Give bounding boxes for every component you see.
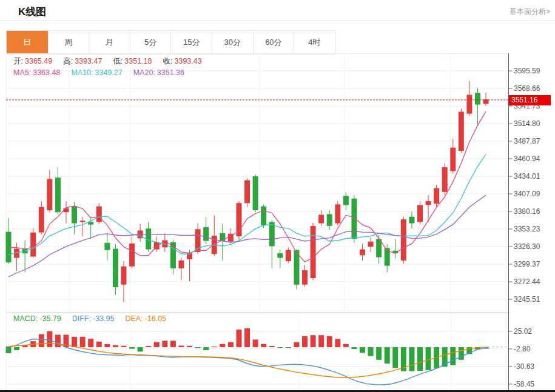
legend-value: 3363.48 [33, 68, 60, 77]
price-axis-label: 3595.59 [514, 66, 540, 76]
candle-body [253, 176, 258, 210]
candle-body [434, 188, 439, 204]
price-axis-label: 3380.16 [514, 207, 540, 216]
legend-label: MA20: [133, 68, 155, 77]
candle-body [30, 233, 36, 257]
ohlc-legend: 开:3365.49高:3393.47低:3351.18收:3393.43 [13, 56, 213, 67]
macd-axis-label: -30.63 [514, 362, 534, 371]
legend-label: 低: [113, 57, 123, 65]
macd-dea-line [6, 344, 489, 378]
macd-bar [154, 342, 160, 347]
macd-bar [220, 344, 225, 347]
candle-body [442, 167, 448, 192]
macd-bar [39, 334, 44, 347]
candle-body [80, 221, 86, 222]
candle-body [318, 215, 324, 224]
macd-bar [178, 345, 184, 347]
macd-bar [286, 347, 291, 348]
macd-bar [121, 346, 126, 347]
macd-bar [385, 347, 390, 364]
price-axis-label: 3460.94 [514, 154, 540, 164]
price-axis-label: 3272.44 [514, 277, 540, 287]
legend-label: 收: [163, 57, 173, 65]
candle-body [96, 207, 102, 222]
macd-bar [162, 341, 167, 347]
candle-body [6, 232, 12, 263]
ma-legend-item: MA5:3363.48 [13, 68, 60, 77]
ma-legend-item: MA10:3349.27 [71, 68, 122, 77]
macd-bar [212, 347, 217, 347]
macd-bar [244, 328, 250, 347]
price-axis-label: 3245.51 [514, 294, 540, 304]
candle-body [368, 242, 374, 247]
macd-bar [104, 344, 110, 347]
candle-body [55, 178, 61, 212]
legend-value: 3393.43 [175, 57, 202, 65]
price-axis-label: 3514.80 [514, 119, 540, 128]
macd-bar [311, 335, 316, 347]
legend-value: 3351.18 [124, 57, 152, 65]
macd-bar [88, 339, 93, 347]
macd-axis-label: -2.80 [514, 344, 530, 354]
macd-bar [417, 347, 423, 371]
candle-body [360, 250, 365, 256]
macd-bar [187, 346, 192, 347]
macd-legend: MACD:-35.79DIFF:-33.95DEA:-16.05 [13, 314, 177, 323]
ohlc-legend-item: 收:3393.43 [163, 56, 202, 67]
legend-value: -35.79 [39, 314, 61, 323]
macd-bar [426, 347, 431, 370]
macd-bar [80, 337, 86, 347]
price-axis-label: 3434.01 [514, 171, 540, 181]
macd-bar [228, 342, 234, 347]
legend-label: MA10: [71, 68, 93, 77]
macd-legend-item: DIFF:-33.95 [72, 314, 115, 323]
macd-bar [138, 347, 143, 351]
macd-axis-label: -58.45 [514, 379, 534, 389]
candle-body [351, 199, 357, 239]
candle-body [426, 201, 431, 205]
legend-value: -33.95 [93, 314, 114, 323]
macd-bar [129, 347, 135, 349]
price-axis-label: 3353.23 [514, 224, 540, 234]
macd-bar [47, 331, 52, 347]
candle-body [286, 250, 291, 261]
ma-legend-item: MA20:3351.36 [133, 68, 184, 77]
legend-value: -16.05 [145, 314, 166, 323]
legend-value: 3349.27 [95, 68, 123, 77]
macd-bar [96, 342, 102, 347]
price-axis-label: 3299.37 [514, 259, 540, 269]
candle-body [327, 214, 332, 225]
legend-value: 3393.47 [75, 57, 102, 65]
candle-body [244, 180, 250, 203]
macd-bar [409, 347, 414, 371]
kline-widget: K线图 基本面分析> 日周月5分15分30分60分4时 开:3365.49高:3… [0, 0, 555, 392]
legend-value: 3365.49 [25, 57, 52, 65]
macd-bar [146, 346, 151, 347]
candlestick-series [6, 81, 489, 302]
current-price-badge: 3551.16 [509, 95, 551, 105]
candle-body [203, 227, 209, 241]
candle-body [401, 219, 406, 261]
macd-bar [113, 345, 118, 347]
candle-body [459, 111, 464, 151]
macd-legend-item: DEA:-16.05 [125, 314, 166, 323]
legend-label: 高: [63, 57, 73, 65]
candle-body [343, 196, 349, 205]
candle-body [335, 204, 340, 223]
macd-bar [360, 347, 365, 353]
legend-label: MA5: [13, 68, 31, 77]
macd-bar [335, 339, 340, 347]
macd-legend-item: MACD:-35.79 [13, 314, 61, 323]
macd-bar [261, 344, 266, 347]
candle-body [311, 226, 316, 278]
candle-body [121, 267, 126, 285]
macd-bar [376, 347, 382, 360]
legend-label: DEA: [125, 314, 143, 323]
candle-body [302, 270, 308, 285]
macd-bar [392, 347, 398, 368]
candle-body [277, 253, 283, 258]
macd-bar [195, 347, 201, 348]
price-axis-label: 3326.30 [514, 242, 540, 251]
macd-bar [269, 346, 275, 347]
macd-bar [253, 339, 258, 347]
